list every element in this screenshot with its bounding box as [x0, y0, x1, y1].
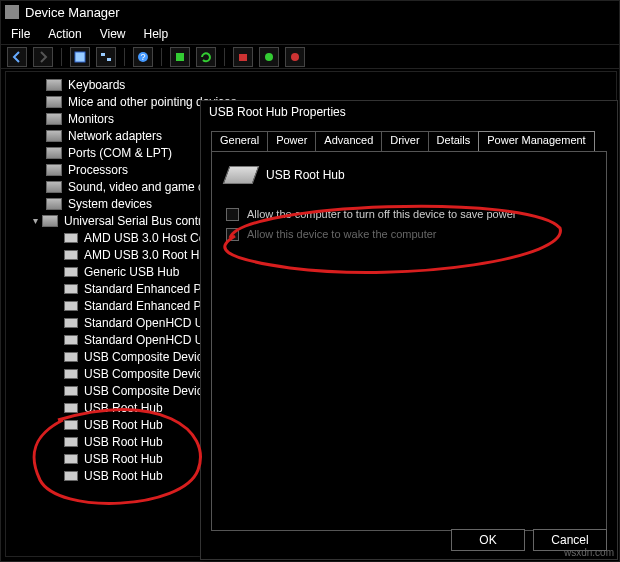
back-icon[interactable]	[7, 47, 27, 67]
usb-device-icon	[223, 166, 260, 184]
chevron-down-icon[interactable]: ▾	[30, 216, 40, 226]
svg-text:?: ?	[140, 52, 145, 62]
svg-rect-1	[101, 53, 105, 56]
app-icon	[5, 5, 19, 19]
update-driver-icon[interactable]	[196, 47, 216, 67]
tab-general[interactable]: General	[211, 131, 268, 151]
help-icon[interactable]: ?	[133, 47, 153, 67]
checkbox-label: Allow the computer to turn off this devi…	[247, 208, 516, 220]
tab-driver[interactable]: Driver	[381, 131, 428, 151]
properties-icon[interactable]	[70, 47, 90, 67]
device-header: USB Root Hub	[226, 166, 592, 184]
svg-rect-5	[176, 53, 184, 61]
uninstall-icon[interactable]	[233, 47, 253, 67]
window-title: Device Manager	[25, 5, 120, 20]
tab-power-management[interactable]: Power Management	[478, 131, 594, 151]
menu-view[interactable]: View	[100, 27, 126, 41]
menu-file[interactable]: File	[11, 27, 30, 41]
checkbox-row-turn-off: Allow the computer to turn off this devi…	[226, 204, 592, 224]
forward-icon[interactable]	[33, 47, 53, 67]
menu-bar: File Action View Help	[1, 23, 619, 45]
tree-item-keyboards[interactable]: Keyboards	[6, 76, 616, 93]
tab-advanced[interactable]: Advanced	[315, 131, 382, 151]
checkbox-allow-wake	[226, 228, 239, 241]
tab-power[interactable]: Power	[267, 131, 316, 151]
console-tree-icon[interactable]	[96, 47, 116, 67]
checkbox-row-wake: Allow this device to wake the computer	[226, 224, 592, 244]
enable-icon[interactable]	[259, 47, 279, 67]
titlebar: Device Manager	[1, 1, 619, 23]
tab-panel: USB Root Hub Allow the computer to turn …	[211, 151, 607, 531]
checkbox-allow-turn-off[interactable]	[226, 208, 239, 221]
svg-point-7	[265, 53, 273, 61]
dialog-title: USB Root Hub Properties	[201, 101, 617, 123]
device-name-label: USB Root Hub	[266, 168, 345, 182]
disable-icon[interactable]	[285, 47, 305, 67]
svg-rect-0	[75, 52, 85, 62]
svg-rect-6	[239, 54, 247, 61]
tab-details[interactable]: Details	[428, 131, 480, 151]
svg-point-8	[291, 53, 299, 61]
watermark: wsxdn.com	[564, 547, 614, 558]
toolbar: ?	[1, 45, 619, 69]
scan-icon[interactable]	[170, 47, 190, 67]
ok-button[interactable]: OK	[451, 529, 525, 551]
menu-action[interactable]: Action	[48, 27, 81, 41]
svg-rect-2	[107, 58, 111, 61]
menu-help[interactable]: Help	[144, 27, 169, 41]
checkbox-label: Allow this device to wake the computer	[247, 228, 437, 240]
tab-strip: General Power Advanced Driver Details Po…	[201, 129, 617, 151]
usb-root-hub-properties-dialog: USB Root Hub Properties General Power Ad…	[200, 100, 618, 560]
